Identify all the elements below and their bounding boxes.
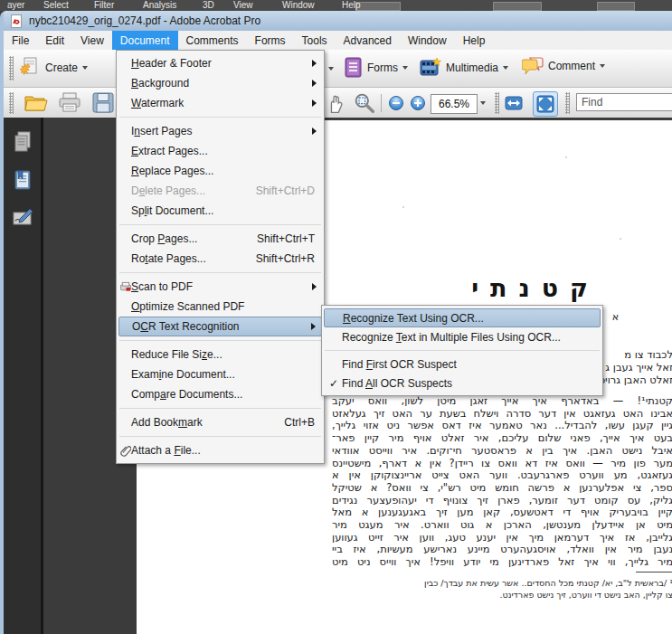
forms-button-label: Forms	[367, 62, 398, 74]
toolbar-grip[interactable]	[9, 92, 14, 114]
toolbar-tasks: Create Forms Multimedia	[4, 50, 672, 88]
menu-item-extract-pages-label: Extract Pages...	[131, 145, 322, 157]
open-button[interactable]	[24, 92, 48, 113]
save-button[interactable]	[92, 92, 114, 113]
comment-button-label: Comment	[548, 60, 595, 72]
footnote: ¹ /בראשית ל"ב, יא/ קטנתי מכל החסדים.. אש…	[424, 577, 672, 601]
menu-separator	[119, 436, 321, 437]
menu-item-add-bookmark[interactable]: Add BookmarkCtrl+B	[118, 412, 322, 432]
menu-item-ocr-text-recognition[interactable]: OCR Text Recognition	[118, 317, 322, 336]
fit-width-button[interactable]	[502, 91, 525, 115]
footnote-rule	[636, 572, 672, 572]
bookmarks-panel-button[interactable]	[11, 168, 34, 192]
menu-item-extract-pages[interactable]: Extract Pages...	[118, 141, 322, 161]
toolbar-file-zoom: 66.5%	[4, 88, 672, 119]
pages-panel-button[interactable]	[11, 130, 34, 154]
multimedia-button[interactable]: Multimedia	[420, 57, 508, 78]
create-button[interactable]: Create	[18, 56, 88, 79]
menubar-item-advanced[interactable]: Advanced	[336, 31, 400, 50]
scan-speckle	[565, 156, 567, 158]
menu-item-delete-pages-shortcut: Shift+Ctrl+D	[256, 185, 322, 197]
background-app-control	[597, 2, 635, 11]
paperclip-icon	[120, 445, 131, 457]
menu-item-delete-pages-label: Delete Pages...	[131, 185, 256, 197]
background-menu-fragment: Analysis	[143, 0, 176, 11]
menu-item-optimize-scanned-pdf[interactable]: Optimize Scanned PDF	[118, 297, 322, 317]
menu-item-watermark[interactable]: Watermark	[118, 93, 322, 113]
zoom-in-button[interactable]	[410, 95, 426, 111]
background-app-strip[interactable]: ayerSelectFilterAnalysis3DViewWindowHelp	[0, 0, 672, 11]
menu-item-reduce-file-size[interactable]: Reduce File Size...	[118, 345, 322, 364]
background-app-control	[493, 2, 542, 11]
document-menu: Header & FooterBackgroundWatermarkInsert…	[116, 50, 325, 464]
menu-separator	[119, 272, 321, 273]
body-line: בעט איך אייך, פאני שלום עליכם, איר זאלט …	[332, 432, 672, 445]
menubar-item-window[interactable]: Window	[400, 31, 455, 50]
hand-tool-button[interactable]	[326, 92, 345, 114]
menu-separator	[325, 350, 600, 351]
title-bar[interactable]: nybc210429_orig_0274.pdf - Adobe Acrobat…	[4, 11, 672, 31]
menu-item-examine-document[interactable]: Examine Document...	[118, 364, 322, 384]
menu-item-rotate-pages-label: Rotate Pages...	[131, 252, 256, 265]
menu-item-compare-documents[interactable]: Compare Documents...	[118, 384, 322, 404]
menu-item-replace-pages[interactable]: Replace Pages...	[118, 161, 322, 181]
forms-button[interactable]: Forms	[344, 57, 408, 78]
menu-item-reduce-file-size-label: Reduce File Size...	[131, 348, 322, 361]
menu-item-attach-a-file[interactable]: Attach a File...	[118, 440, 322, 460]
menu-item-replace-pages-label: Replace Pages...	[131, 165, 322, 177]
menu-item-ocr-text-recognition-label: OCR Text Recognition	[132, 320, 321, 333]
menubar-item-file[interactable]: File	[4, 31, 37, 50]
menubar-item-forms[interactable]: Forms	[247, 31, 294, 50]
find-input[interactable]	[576, 93, 672, 111]
body-line: קיין בויבעריק אויף די דאטשעס, קאן מען זי…	[332, 506, 672, 519]
menu-item-scan-to-pdf[interactable]: Scan to PDF	[118, 277, 322, 297]
hidden-button-chevron-icon[interactable]	[328, 67, 334, 71]
submenu-arrow-icon	[312, 60, 317, 67]
submenu-item-recognize-text-multiple-files-label: Recognize Text in Multiple Files Using O…	[342, 331, 601, 344]
menu-item-delete-pages[interactable]: Delete Pages...Shift+Ctrl+D	[118, 181, 322, 201]
menu-item-header-footer-label: Header & Footer	[131, 57, 322, 70]
toolbar-grip[interactable]	[565, 92, 570, 114]
fit-page-button[interactable]	[533, 91, 558, 117]
submenu-item-recognize-text-multiple-files[interactable]: Recognize Text in Multiple Files Using O…	[324, 327, 601, 346]
create-pdf-icon	[18, 56, 41, 79]
menu-item-rotate-pages[interactable]: Rotate Pages...Shift+Ctrl+R	[118, 249, 322, 269]
toolbar-grip[interactable]	[495, 92, 499, 114]
zoom-in-icon	[410, 95, 426, 111]
print-button[interactable]	[58, 92, 81, 113]
menubar-item-tools[interactable]: Tools	[294, 31, 336, 50]
footnote-line: צו קליין, האב נישט די ווערט, זיך נישט פא…	[402, 589, 672, 601]
menubar-item-comments[interactable]: Comments	[178, 31, 247, 50]
greeting-lines: לכבוד צו מזאל אייך געבן גזאלט האבן גרויס	[599, 348, 672, 386]
comment-button[interactable]: Comment	[522, 57, 605, 75]
menubar-item-help[interactable]: Help	[455, 31, 494, 50]
body-line: נעבן מיר אין וואלד, אויסגעהערט מיינע נאר…	[332, 544, 672, 556]
menu-item-split-document[interactable]: Split Document...	[118, 201, 322, 221]
menu-item-insert-pages[interactable]: Insert Pages	[118, 121, 322, 141]
zoom-out-icon	[388, 95, 404, 111]
menu-item-watermark-label: Watermark	[131, 97, 322, 109]
zoom-dropdown-icon[interactable]	[480, 101, 486, 105]
menu-item-background[interactable]: Background	[118, 73, 322, 93]
toolbar-grip[interactable]	[9, 56, 14, 80]
submenu-item-recognize-text-using-ocr[interactable]: Recognize Text Using OCR...	[324, 308, 601, 327]
pages-icon	[12, 130, 33, 154]
menu-item-header-footer[interactable]: Header & Footer	[118, 53, 322, 73]
menu-item-insert-pages-label: Insert Pages	[131, 125, 322, 137]
menubar-item-edit[interactable]: Edit	[37, 31, 72, 50]
zoom-level-field[interactable]: 66.5%	[431, 94, 478, 114]
menubar-item-view[interactable]: View	[72, 31, 112, 50]
chevron-down-icon	[402, 66, 408, 70]
submenu-item-find-all-ocr-suspects[interactable]: ✓Find All OCR Suspects	[324, 374, 601, 393]
zoom-out-button[interactable]	[388, 95, 404, 111]
signatures-panel-button[interactable]	[11, 206, 34, 230]
menu-item-crop-pages[interactable]: Crop Pages...Shift+Ctrl+T	[118, 229, 322, 249]
submenu-item-find-first-ocr-suspect[interactable]: Find First OCR Suspect	[324, 355, 601, 374]
body-line: מער פון מיר — וואס איז דא וואס צו ריידן?…	[332, 458, 672, 470]
menubar-item-document[interactable]: Document	[112, 31, 178, 50]
menu-separator	[119, 224, 321, 225]
marquee-zoom-button[interactable]	[354, 92, 375, 114]
submenu-item-find-all-ocr-suspects-label: Find All OCR Suspects	[342, 377, 601, 390]
toolbar-separator	[381, 94, 382, 112]
menu-item-crop-pages-label: Crop Pages...	[131, 232, 257, 245]
